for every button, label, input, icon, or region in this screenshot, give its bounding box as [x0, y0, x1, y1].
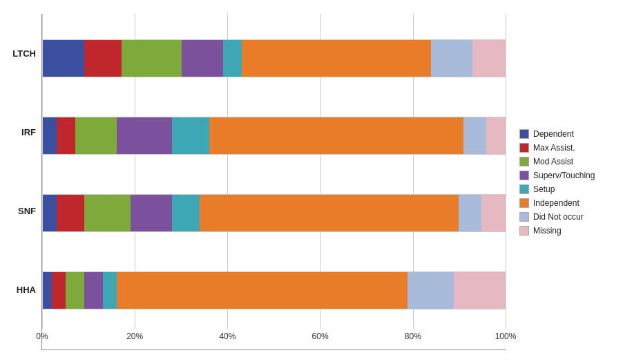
- bar-segment-dependent: [43, 272, 52, 309]
- legend-item: Superv/Touching: [519, 171, 616, 180]
- legend-item: Dependent: [519, 129, 616, 139]
- bar-row-snf: [42, 189, 506, 237]
- bar-segment-missing: [454, 272, 505, 309]
- bar-segment-mod-assist: [84, 195, 131, 231]
- bar-track: [42, 117, 506, 155]
- x-label: 60%: [312, 332, 329, 341]
- legend-item: Max Assist.: [519, 143, 616, 153]
- legend-item: Did Not occur: [519, 212, 616, 222]
- bar-segment-superv-touching: [117, 117, 172, 154]
- legend-color-box: [519, 157, 529, 166]
- bar-segment-max-assist-: [52, 272, 66, 309]
- x-axis: 0%20%40%60%80%100%: [42, 329, 506, 349]
- legend-label-text: Superv/Touching: [533, 171, 595, 180]
- y-label-ltch: LTCH: [7, 48, 41, 59]
- legend-label-text: Missing: [533, 226, 562, 236]
- legend-item: Missing: [519, 226, 616, 236]
- bar-segment-superv-touching: [182, 40, 223, 77]
- bar-segment-did-not-occur: [431, 40, 472, 77]
- bar-segment-did-not-occur: [459, 195, 481, 231]
- bar-segment-setup: [223, 40, 242, 77]
- bar-segment-max-assist-: [57, 117, 75, 154]
- legend-color-box: [519, 184, 529, 194]
- bar-segment-independent: [242, 40, 431, 77]
- bar-segment-independent: [117, 272, 408, 309]
- y-label-irf: IRF: [7, 127, 41, 137]
- bar-segment-did-not-occur: [463, 117, 486, 154]
- y-label-snf: SNF: [7, 206, 41, 216]
- legend-label-text: Did Not occur: [533, 212, 584, 222]
- bar-track: [42, 271, 506, 309]
- bar-row-hha: [42, 266, 506, 314]
- legend-color-box: [519, 212, 529, 222]
- bars-and-grid: 0%20%40%60%80%100%: [41, 14, 506, 350]
- legend: DependentMax Assist.Mod AssistSuperv/Tou…: [506, 14, 616, 350]
- bar-segment-setup: [172, 117, 209, 154]
- bars-rows: [42, 14, 506, 329]
- chart-area: LTCHIRFSNFHHA 0%20%40%60%80%100% Depende…: [7, 14, 616, 350]
- bar-segment-max-assist-: [84, 40, 122, 77]
- x-label: 40%: [219, 332, 236, 341]
- bar-segment-max-assist-: [57, 195, 84, 231]
- bar-segment-mod-assist: [66, 272, 84, 309]
- x-label: 0%: [36, 332, 48, 341]
- bar-segment-superv-touching: [84, 272, 103, 309]
- x-label: 100%: [495, 332, 517, 341]
- y-labels: LTCHIRFSNFHHA: [7, 14, 41, 350]
- bar-segment-mod-assist: [75, 117, 117, 154]
- legend-label-text: Max Assist.: [533, 143, 575, 153]
- bar-track: [42, 194, 506, 232]
- legend-color-box: [519, 198, 529, 208]
- bar-segment-dependent: [43, 40, 84, 77]
- bar-segment-missing: [481, 195, 504, 231]
- bar-row-irf: [42, 111, 506, 160]
- bar-segment-dependent: [43, 195, 57, 231]
- legend-label-text: Independent: [533, 198, 579, 208]
- bar-segment-mod-assist: [122, 40, 182, 77]
- legend-color-box: [519, 171, 529, 180]
- x-label: 20%: [126, 332, 143, 341]
- bar-segment-missing: [472, 40, 505, 77]
- bar-segment-dependent: [43, 117, 57, 154]
- chart-left: LTCHIRFSNFHHA 0%20%40%60%80%100%: [7, 14, 506, 350]
- bars-section: LTCHIRFSNFHHA 0%20%40%60%80%100%: [7, 14, 506, 350]
- bar-segment-setup: [103, 272, 117, 309]
- bar-row-ltch: [42, 34, 506, 82]
- bar-segment-superv-touching: [131, 195, 172, 231]
- legend-color-box: [519, 143, 529, 153]
- bar-segment-did-not-occur: [408, 272, 454, 309]
- legend-label-text: Mod Assist: [533, 157, 573, 166]
- legend-label-text: Dependent: [533, 129, 574, 139]
- x-label: 80%: [405, 332, 421, 341]
- legend-label-text: Setup: [533, 184, 555, 194]
- bar-segment-independent: [200, 195, 459, 231]
- legend-color-box: [519, 226, 529, 236]
- y-label-hha: HHA: [7, 285, 41, 295]
- bar-segment-setup: [172, 195, 200, 231]
- chart-container: LTCHIRFSNFHHA 0%20%40%60%80%100% Depende…: [0, 0, 623, 364]
- legend-color-box: [519, 129, 529, 139]
- legend-item: Independent: [519, 198, 616, 208]
- bar-track: [42, 39, 506, 77]
- bar-segment-missing: [486, 117, 505, 154]
- bar-segment-independent: [209, 117, 463, 154]
- legend-item: Mod Assist: [519, 157, 616, 166]
- legend-item: Setup: [519, 184, 616, 194]
